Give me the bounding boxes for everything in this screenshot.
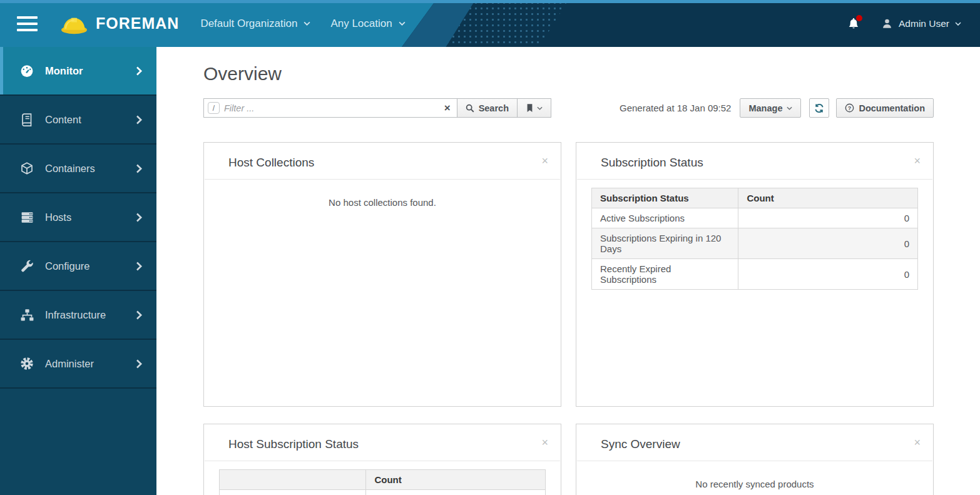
- subscription-status-card: Subscription Status × Subscription Statu…: [576, 142, 934, 407]
- main-content: Overview / × Search: [156, 47, 980, 495]
- user-menu[interactable]: Admin User: [881, 18, 961, 29]
- search-button[interactable]: Search: [457, 98, 518, 118]
- chevron-right-icon: [135, 66, 143, 76]
- bookmark-icon: [526, 103, 534, 113]
- top-navbar: FOREMAN Default Organization Any Locatio…: [0, 0, 980, 47]
- question-circle-icon: ?: [845, 103, 854, 113]
- manage-button-label: Manage: [748, 103, 782, 113]
- clear-filter-icon[interactable]: ×: [444, 103, 451, 113]
- empty-message: No host collections found.: [204, 197, 561, 208]
- card-title: Subscription Status: [601, 156, 920, 170]
- close-icon[interactable]: ×: [914, 155, 921, 166]
- sidebar-item-administer[interactable]: Administer: [0, 340, 156, 389]
- chevron-right-icon: [135, 261, 143, 272]
- notification-badge: [856, 15, 862, 21]
- chevron-down-icon: [304, 21, 310, 26]
- page-title: Overview: [203, 63, 934, 84]
- close-icon[interactable]: ×: [914, 437, 921, 448]
- brand-name: FOREMAN: [96, 14, 179, 33]
- row-count: 0: [738, 228, 918, 259]
- cube-icon: [19, 161, 35, 175]
- bookmark-dropdown-button[interactable]: [518, 98, 551, 118]
- card-title: Host Subscription Status: [228, 437, 548, 451]
- column-header: [220, 470, 366, 490]
- chevron-right-icon: [135, 310, 143, 320]
- location-selector[interactable]: Any Location: [330, 18, 405, 30]
- row-count: 0: [738, 259, 918, 290]
- sidebar-item-infrastructure[interactable]: Infrastructure: [0, 291, 156, 340]
- location-selector-label: Any Location: [330, 18, 392, 30]
- host-subscription-status-table: Count Invalid 0: [219, 469, 546, 495]
- subscription-status-table: Subscription Status Count Active Subscri…: [591, 188, 918, 290]
- book-icon: [19, 113, 35, 126]
- table-row: Subscriptions Expiring in 120 Days 0: [592, 228, 918, 259]
- sync-overview-card: Sync Overview × No recently synced produ…: [576, 424, 934, 495]
- chevron-down-icon: [537, 106, 543, 110]
- chevron-down-icon: [955, 22, 961, 26]
- column-header: Count: [366, 470, 546, 490]
- generated-timestamp: Generated at 18 Jan 09:52: [620, 103, 731, 113]
- table-row: Recently Expired Subscriptions 0: [592, 259, 918, 290]
- card-title: Host Collections: [228, 156, 548, 170]
- sidebar-item-monitor[interactable]: Monitor: [0, 47, 156, 96]
- sitemap-icon: [19, 308, 35, 322]
- host-collections-card: Host Collections × No host collections f…: [203, 142, 561, 407]
- host-subscription-status-card: Host Subscription Status × Count Invalid: [203, 424, 561, 495]
- user-avatar-icon: [881, 18, 893, 29]
- sidebar-item-containers[interactable]: Containers: [0, 145, 156, 193]
- notifications-button[interactable]: [847, 17, 860, 30]
- toolbar-right: Generated at 18 Jan 09:52 Manage: [620, 98, 934, 118]
- documentation-button-label: Documentation: [859, 103, 925, 113]
- sidebar-item-hosts[interactable]: Hosts: [0, 193, 156, 242]
- sidebar-item-label: Administer: [45, 358, 94, 370]
- row-label: Active Subscriptions: [592, 208, 738, 228]
- organization-selector-label: Default Organization: [200, 18, 297, 30]
- server-icon: [19, 210, 35, 225]
- search-icon: [466, 104, 474, 113]
- keyboard-shortcut-badge: /: [208, 102, 220, 114]
- close-icon[interactable]: ×: [541, 155, 548, 166]
- toolbar: / × Search: [203, 98, 934, 118]
- chevron-right-icon: [135, 115, 143, 125]
- search-group: / × Search: [203, 98, 551, 118]
- hardhat-icon: [60, 11, 88, 36]
- chevron-right-icon: [135, 359, 143, 369]
- gear-icon: [19, 357, 35, 370]
- documentation-button[interactable]: ? Documentation: [836, 98, 934, 118]
- chevron-down-icon: [399, 21, 406, 26]
- empty-message: No recently synced products: [576, 479, 933, 489]
- sidebar-item-label: Infrastructure: [45, 309, 106, 321]
- sidebar-item-label: Configure: [45, 260, 90, 272]
- row-count: 0: [738, 208, 918, 228]
- manage-dropdown-button[interactable]: Manage: [740, 98, 801, 118]
- organization-selector[interactable]: Default Organization: [200, 18, 310, 30]
- card-title: Sync Overview: [601, 437, 920, 451]
- chevron-right-icon: [135, 212, 143, 223]
- column-header: Count: [738, 188, 918, 208]
- chevron-down-icon: [787, 106, 792, 110]
- tachometer-icon: [19, 63, 35, 78]
- row-label: Recently Expired Subscriptions: [592, 259, 738, 290]
- sidebar-item-label: Hosts: [45, 212, 71, 223]
- sidebar-nav: Monitor Content Containers: [0, 47, 156, 495]
- svg-text:?: ?: [848, 105, 851, 111]
- filter-input[interactable]: [224, 99, 444, 117]
- refresh-button[interactable]: [809, 98, 829, 118]
- table-row: Active Subscriptions 0: [592, 208, 918, 228]
- row-label: Subscriptions Expiring in 120 Days: [592, 228, 738, 259]
- refresh-icon: [814, 103, 824, 113]
- chevron-right-icon: [135, 163, 143, 174]
- filter-box: / ×: [203, 98, 457, 118]
- close-icon[interactable]: ×: [541, 437, 548, 448]
- search-button-label: Search: [479, 103, 509, 113]
- sidebar-item-configure[interactable]: Configure: [0, 242, 156, 291]
- sidebar-item-label: Containers: [45, 163, 95, 175]
- sidebar-item-label: Content: [45, 114, 81, 126]
- sidebar-item-label: Monitor: [45, 65, 83, 77]
- column-header: Subscription Status: [592, 188, 738, 208]
- table-row: Invalid 0: [220, 490, 546, 495]
- foreman-logo[interactable]: FOREMAN: [60, 11, 179, 36]
- wrench-icon: [19, 259, 35, 273]
- hamburger-menu-icon[interactable]: [17, 16, 38, 31]
- sidebar-item-content[interactable]: Content: [0, 96, 156, 145]
